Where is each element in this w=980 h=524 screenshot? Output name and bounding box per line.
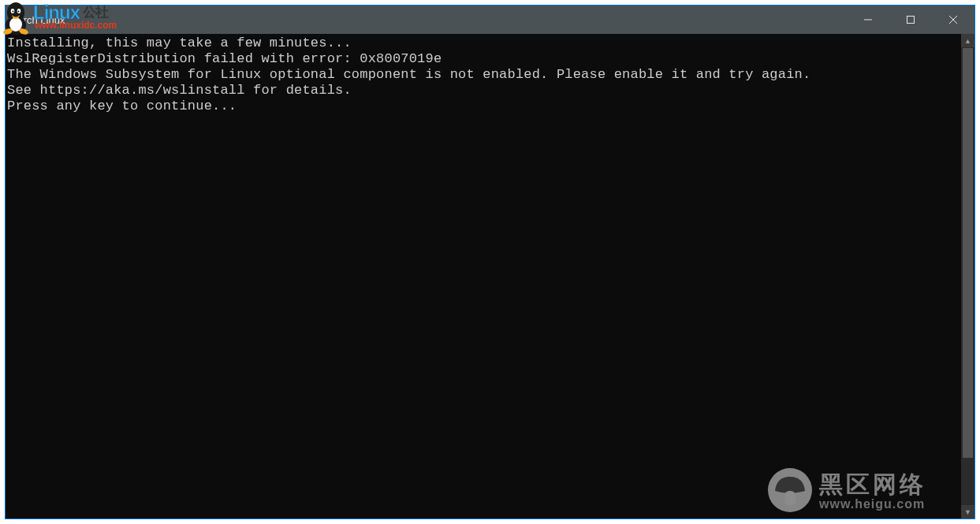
minimize-icon xyxy=(863,15,873,24)
window-frame: Arch Linux Installing, this may take a f… xyxy=(5,5,975,519)
client-area: Installing, this may take a few minutes.… xyxy=(6,34,974,518)
vertical-scrollbar[interactable]: ▲ ▼ xyxy=(961,34,974,518)
scroll-thumb[interactable] xyxy=(963,48,973,458)
scroll-down-button[interactable]: ▼ xyxy=(961,505,974,518)
maximize-button[interactable] xyxy=(889,6,932,34)
terminal-output[interactable]: Installing, this may take a few minutes.… xyxy=(6,34,961,518)
window-title: Arch Linux xyxy=(6,14,65,26)
scroll-up-button[interactable]: ▲ xyxy=(961,34,974,47)
window-inner: Arch Linux Installing, this may take a f… xyxy=(6,6,974,518)
maximize-icon xyxy=(906,15,915,24)
close-button[interactable] xyxy=(932,6,974,34)
svg-rect-1 xyxy=(907,17,915,24)
minimize-button[interactable] xyxy=(847,6,889,34)
close-icon xyxy=(948,15,958,24)
titlebar[interactable]: Arch Linux xyxy=(6,6,974,34)
